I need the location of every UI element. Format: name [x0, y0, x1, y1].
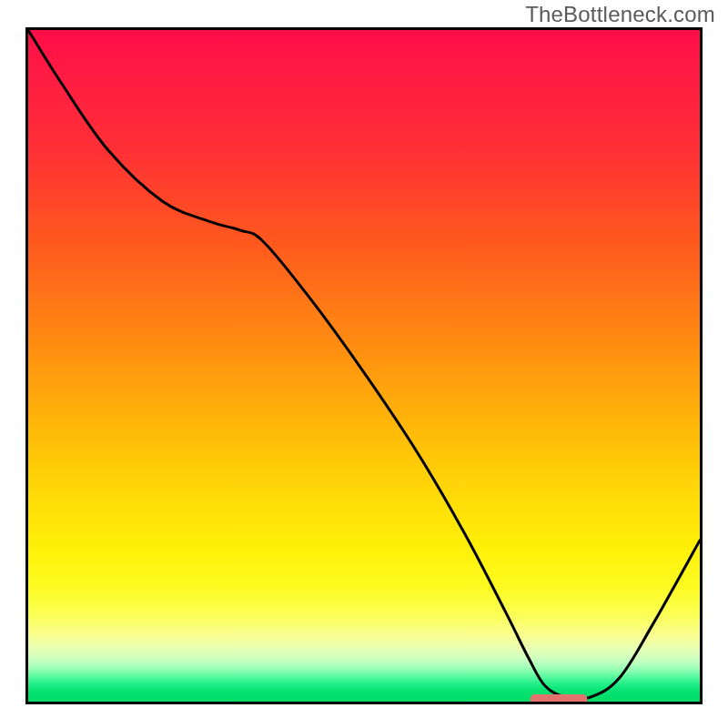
- bottleneck-curve: [28, 30, 700, 700]
- plot-area: [25, 27, 703, 704]
- optimum-marker: [531, 694, 588, 704]
- curve-layer: [25, 27, 703, 704]
- chart-container: TheBottleneck.com: [0, 0, 728, 728]
- watermark-text: TheBottleneck.com: [525, 2, 715, 27]
